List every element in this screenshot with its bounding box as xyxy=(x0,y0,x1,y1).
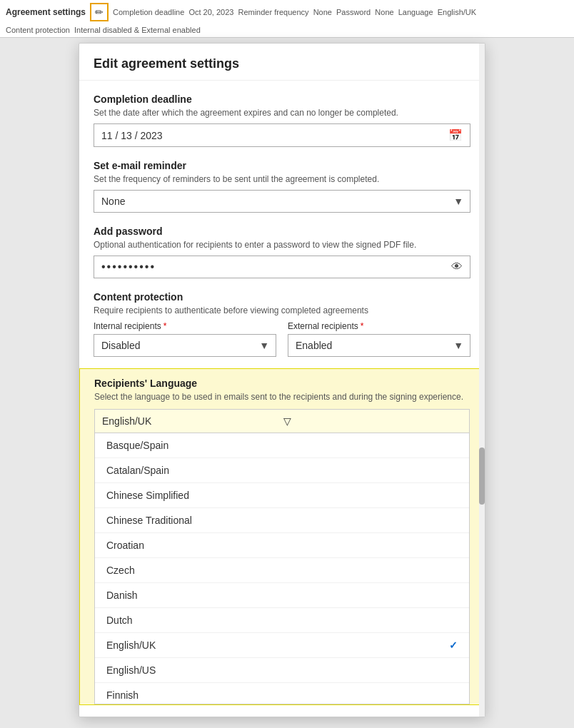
completion-deadline-desc: Set the date after which the agreement e… xyxy=(94,108,470,118)
dropdown-cursor-icon: ▽ xyxy=(283,415,462,427)
required-star-internal: * xyxy=(163,321,167,331)
scrollbar-thumb[interactable] xyxy=(479,448,485,505)
edit-settings-button[interactable]: ✏ xyxy=(90,3,109,21)
password-wrapper[interactable]: 👁︎ xyxy=(94,256,470,278)
external-select[interactable]: Enabled Disabled xyxy=(288,334,470,357)
language-meta: Language English/UK xyxy=(398,8,477,16)
checkmark-icon: ✓ xyxy=(449,639,458,651)
top-bar: Agreement settings ✏ Completion deadline… xyxy=(0,0,574,38)
selected-language-label: English/UK xyxy=(102,415,281,427)
required-star-external: * xyxy=(361,321,364,331)
language-title: Recipients' Language xyxy=(94,378,470,389)
date-input[interactable] xyxy=(101,130,448,141)
list-item[interactable]: Dutch xyxy=(95,608,469,633)
date-input-wrapper[interactable]: 📅 xyxy=(94,123,470,147)
language-desc: Select the language to be used in emails… xyxy=(94,392,470,402)
password-input[interactable] xyxy=(101,261,451,273)
list-item[interactable]: English/UK ✓ xyxy=(95,633,469,658)
content-protection-desc: Require recipients to authenticate befor… xyxy=(94,305,470,315)
modal-title: Edit agreement settings xyxy=(94,56,239,71)
modal-body: Completion deadline Set the date after w… xyxy=(79,81,485,717)
external-label: External recipients * xyxy=(288,321,470,331)
external-select-wrapper: Enabled Disabled ▼ xyxy=(288,334,470,357)
list-item[interactable]: Danish xyxy=(95,583,469,608)
list-item[interactable]: Basque/Spain xyxy=(95,433,469,458)
reminder-select-wrapper: None Every day Every week Every two week… xyxy=(94,190,470,213)
internal-recipients-col: Internal recipients * Disabled Enabled ▼ xyxy=(94,321,276,357)
content-protection-title: Content protection xyxy=(94,291,470,303)
password-meta: Password None xyxy=(336,8,394,16)
list-item[interactable]: Catalan/Spain xyxy=(95,458,469,483)
reminder-select[interactable]: None Every day Every week Every two week… xyxy=(94,190,470,213)
completion-deadline-section: Completion deadline Set the date after w… xyxy=(94,93,470,147)
pencil-icon: ✏ xyxy=(95,6,104,18)
language-list: Basque/Spain Catalan/Spain Chinese Simpl… xyxy=(94,433,470,704)
email-reminder-title: Set e-mail reminder xyxy=(94,160,470,171)
internal-label: Internal recipients * xyxy=(94,321,276,331)
calendar-icon[interactable]: 📅 xyxy=(448,128,463,142)
list-item[interactable]: Chinese Traditional xyxy=(95,508,469,533)
content-protection-cols: Internal recipients * Disabled Enabled ▼… xyxy=(94,321,470,357)
reminder-frequency-meta: Reminder frequency None xyxy=(238,8,331,16)
list-item[interactable]: Croatian xyxy=(95,533,469,558)
agreement-settings-title: Agreement settings xyxy=(6,7,86,17)
external-recipients-col: External recipients * Enabled Disabled ▼ xyxy=(288,321,470,357)
list-item[interactable]: Czech xyxy=(95,558,469,583)
completion-deadline-label: Completion deadline Oct 20, 2023 xyxy=(113,8,233,16)
modal-header: Edit agreement settings xyxy=(79,44,485,81)
add-password-desc: Optional authentication for recipients t… xyxy=(94,240,470,250)
internal-select-wrapper: Disabled Enabled ▼ xyxy=(94,334,276,357)
list-item[interactable]: Chinese Simplified xyxy=(95,483,469,508)
add-password-section: Add password Optional authentication for… xyxy=(94,226,470,278)
email-reminder-section: Set e-mail reminder Set the frequency of… xyxy=(94,160,470,213)
email-reminder-desc: Set the frequency of reminders to be sen… xyxy=(94,174,470,184)
completion-deadline-title: Completion deadline xyxy=(94,93,470,105)
internal-select[interactable]: Disabled Enabled xyxy=(94,334,276,357)
language-dropdown-trigger[interactable]: English/UK ▽ xyxy=(94,409,470,433)
eye-icon[interactable]: 👁︎ xyxy=(451,261,463,273)
content-protection-meta: Content protection Internal disabled & E… xyxy=(6,26,201,34)
list-item[interactable]: English/US xyxy=(95,658,469,683)
add-password-title: Add password xyxy=(94,226,470,237)
list-item[interactable]: Finnish xyxy=(95,683,469,704)
recipients-language-section: Recipients' Language Select the language… xyxy=(79,368,485,705)
modal-scrollbar[interactable] xyxy=(479,44,485,717)
content-protection-section: Content protection Require recipients to… xyxy=(94,291,470,357)
edit-agreement-settings-modal: Edit agreement settings Completion deadl… xyxy=(79,43,485,717)
